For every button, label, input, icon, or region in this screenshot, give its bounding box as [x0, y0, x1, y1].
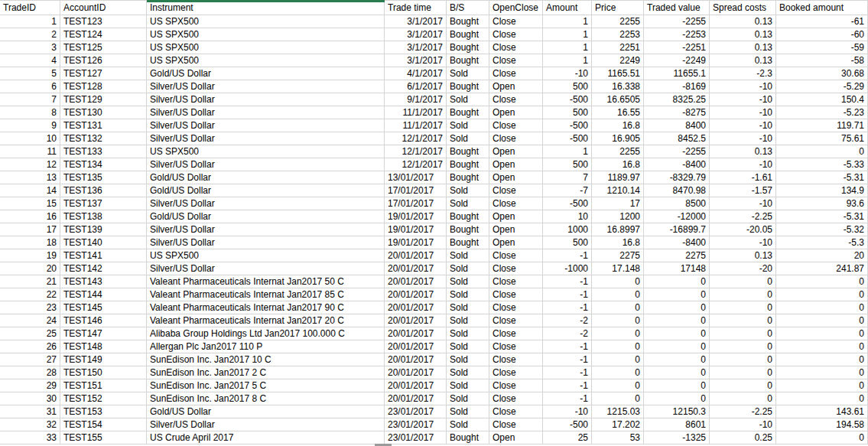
cell[interactable]: 1189.97: [592, 171, 644, 184]
cell[interactable]: Silver/US Dollar: [147, 132, 385, 145]
cell[interactable]: Open: [489, 80, 543, 93]
cell[interactable]: 0: [710, 327, 776, 340]
cell[interactable]: 0: [592, 340, 644, 353]
cell[interactable]: 3: [0, 41, 60, 54]
cell[interactable]: TEST143: [60, 275, 147, 288]
cell[interactable]: 12: [0, 158, 60, 171]
cell[interactable]: 20/01/2017: [385, 314, 447, 327]
cell[interactable]: 11655.1: [644, 67, 710, 80]
cell[interactable]: 17: [0, 223, 60, 236]
cell[interactable]: Close: [489, 366, 543, 379]
cell[interactable]: 7: [0, 93, 60, 106]
cell[interactable]: 19: [0, 249, 60, 262]
cell[interactable]: 0: [710, 366, 776, 379]
cell[interactable]: 7: [543, 171, 592, 184]
cell[interactable]: 0: [710, 392, 776, 405]
cell[interactable]: Gold/US Dollar: [147, 210, 385, 223]
cell[interactable]: 12/1/2017: [385, 145, 447, 158]
cell[interactable]: Close: [489, 28, 543, 41]
cell[interactable]: TEST150: [60, 366, 147, 379]
cell[interactable]: Sold: [447, 366, 489, 379]
cell[interactable]: Close: [489, 288, 543, 301]
cell[interactable]: 22: [0, 288, 60, 301]
cell[interactable]: 10: [543, 210, 592, 223]
cell[interactable]: 0: [776, 392, 868, 405]
cell[interactable]: TEST145: [60, 301, 147, 314]
cell[interactable]: -7: [543, 184, 592, 197]
cell[interactable]: 194.58: [776, 418, 868, 431]
cell[interactable]: 19/01/2017: [385, 236, 447, 249]
cell[interactable]: 25: [543, 431, 592, 444]
cell[interactable]: TEST128: [60, 80, 147, 93]
cell[interactable]: 1: [543, 15, 592, 28]
cell[interactable]: -1: [543, 353, 592, 366]
cell[interactable]: -2.25: [710, 405, 776, 418]
cell[interactable]: Close: [489, 15, 543, 28]
cell[interactable]: 26: [0, 340, 60, 353]
cell[interactable]: 25: [0, 327, 60, 340]
cell[interactable]: -10: [710, 119, 776, 132]
cell[interactable]: Close: [489, 379, 543, 392]
cell[interactable]: 0: [592, 353, 644, 366]
cell[interactable]: 2255: [592, 15, 644, 28]
cell[interactable]: 20/01/2017: [385, 275, 447, 288]
cell[interactable]: TEST153: [60, 405, 147, 418]
cell[interactable]: Silver/US Dollar: [147, 80, 385, 93]
cell[interactable]: 0: [592, 314, 644, 327]
cell[interactable]: -16899.7: [644, 223, 710, 236]
cell[interactable]: 75.61: [776, 132, 868, 145]
cell[interactable]: 0: [644, 340, 710, 353]
cell[interactable]: 2: [0, 28, 60, 41]
cell[interactable]: Sold: [447, 262, 489, 275]
cell[interactable]: 30.68: [776, 67, 868, 80]
cell[interactable]: Sold: [447, 67, 489, 80]
cell[interactable]: 0: [710, 314, 776, 327]
cell[interactable]: -5.32: [776, 223, 868, 236]
cell[interactable]: 33: [0, 431, 60, 444]
cell[interactable]: 13: [0, 171, 60, 184]
cell[interactable]: TEST152: [60, 392, 147, 405]
cell[interactable]: 16.6505: [592, 93, 644, 106]
cell[interactable]: -10: [543, 405, 592, 418]
cell[interactable]: 0: [776, 340, 868, 353]
cell[interactable]: US SPX500: [147, 54, 385, 67]
cell[interactable]: 23/01/2017: [385, 405, 447, 418]
cell[interactable]: 8400: [644, 119, 710, 132]
cell[interactable]: Open: [489, 145, 543, 158]
cell[interactable]: 3/1/2017: [385, 28, 447, 41]
cell[interactable]: -2.3: [710, 67, 776, 80]
cell[interactable]: Gold/US Dollar: [147, 405, 385, 418]
cell[interactable]: 0.13: [710, 15, 776, 28]
cell[interactable]: 93.6: [776, 197, 868, 210]
cell[interactable]: TEST141: [60, 249, 147, 262]
cell[interactable]: 20/01/2017: [385, 353, 447, 366]
cell[interactable]: 0: [592, 327, 644, 340]
cell[interactable]: Open: [489, 171, 543, 184]
cell[interactable]: 0: [644, 353, 710, 366]
cell[interactable]: 29: [0, 379, 60, 392]
cell[interactable]: Sold: [447, 197, 489, 210]
column-header-b-s[interactable]: B/S: [447, 1, 489, 15]
cell[interactable]: -1: [543, 366, 592, 379]
cell[interactable]: -1: [543, 301, 592, 314]
cell[interactable]: Bought: [447, 223, 489, 236]
cell[interactable]: -500: [543, 119, 592, 132]
cell[interactable]: -10: [543, 67, 592, 80]
cell[interactable]: -5.31: [776, 210, 868, 223]
cell[interactable]: -1: [543, 249, 592, 262]
cell[interactable]: 11/1/2017: [385, 106, 447, 119]
cell[interactable]: 53: [592, 431, 644, 444]
cell[interactable]: TEST139: [60, 223, 147, 236]
cell[interactable]: TEST148: [60, 340, 147, 353]
cell[interactable]: Close: [489, 54, 543, 67]
cell[interactable]: 0: [710, 275, 776, 288]
cell[interactable]: Silver/US Dollar: [147, 106, 385, 119]
cell[interactable]: 0: [644, 327, 710, 340]
cell[interactable]: US SPX500: [147, 28, 385, 41]
cell[interactable]: Sold: [447, 119, 489, 132]
cell[interactable]: 20/01/2017: [385, 288, 447, 301]
cell[interactable]: Gold/US Dollar: [147, 171, 385, 184]
cell[interactable]: -500: [543, 197, 592, 210]
cell[interactable]: TEST149: [60, 353, 147, 366]
cell[interactable]: 23/01/2017: [385, 418, 447, 431]
